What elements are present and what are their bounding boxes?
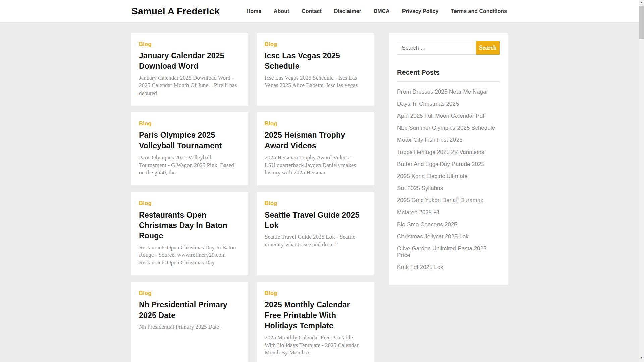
recent-post-link[interactable]: 2025 Gmc Yukon Denali Duramax	[397, 194, 500, 206]
post-excerpt: Seattle Travel Guide 2025 Lok - Seattle …	[265, 233, 364, 248]
post-card: Blog 2025 Monthly Calendar Free Printabl…	[257, 282, 374, 362]
category-link[interactable]: Blog	[139, 120, 152, 127]
search-button[interactable]: Search	[476, 41, 500, 55]
recent-post-link[interactable]: Christmas Jellycat 2025 Lok	[397, 231, 500, 243]
recent-post-link[interactable]: Topps Heritage 2025 22 Variations	[397, 146, 500, 158]
scroll-up-icon[interactable]: ▲	[639, 0, 644, 5]
post-card: Blog Nh Presidential Primary 2025 Date N…	[131, 282, 248, 362]
post-excerpt: Paris Olympics 2025 Volleyball Tournamen…	[139, 154, 239, 177]
recent-posts-heading: Recent Posts	[397, 69, 500, 82]
recent-post-link[interactable]: Big Smo Concerts 2025	[397, 219, 500, 231]
search-input[interactable]	[397, 41, 476, 55]
recent-posts-list: Prom Dresses 2025 Near Me Nagar Days Til…	[397, 86, 500, 274]
post-card: Blog Seattle Travel Guide 2025 Lok Seatt…	[257, 192, 374, 276]
post-excerpt: 2025 Heisman Trophy Award Videos - LSU q…	[265, 154, 364, 177]
nav-item-dmca[interactable]: DMCA	[374, 8, 390, 14]
category-link[interactable]: Blog	[265, 200, 277, 207]
post-title[interactable]: Restaurants Open Christmas Day In Baton …	[139, 210, 239, 241]
post-excerpt: Icsc Las Vegas 2025 Schedule - Iscs Las …	[265, 74, 364, 89]
category-link[interactable]: Blog	[139, 290, 152, 297]
nav-item-terms[interactable]: Terms and Conditions	[451, 8, 507, 14]
recent-post-link[interactable]: 2025 Kona Electric Ultimate	[397, 170, 500, 182]
sidebar: Search Recent Posts Prom Dresses 2025 Ne…	[389, 33, 508, 362]
recent-post-link[interactable]: Kmk Tdf 2025 Lok	[397, 261, 500, 274]
post-grid: Blog January Calendar 2025 Download Word…	[131, 33, 374, 362]
post-excerpt: Restaurants Open Christmas Day In Baton …	[139, 244, 239, 267]
category-link[interactable]: Blog	[139, 41, 152, 48]
post-excerpt: 2025 Monthly Calendar Free Printable Wit…	[265, 334, 364, 357]
browser-scrollbar[interactable]: ▲ ▼	[639, 0, 644, 362]
category-link[interactable]: Blog	[265, 41, 277, 48]
recent-post-link[interactable]: Olive Garden Unlimited Pasta 2025 Price	[397, 243, 500, 261]
post-title[interactable]: Paris Olympics 2025 Volleyball Tournamen…	[139, 130, 239, 151]
recent-post-link[interactable]: Sat 2025 Syllabus	[397, 182, 500, 194]
site-title[interactable]: Samuel A Frederick	[131, 6, 220, 17]
nav-item-home[interactable]: Home	[247, 8, 261, 14]
post-card: Blog 2025 Heisman Trophy Award Videos 20…	[257, 112, 374, 185]
recent-post-link[interactable]: April 2025 Full Moon Calendar Pdf	[397, 110, 500, 122]
post-card: Blog Restaurants Open Christmas Day In B…	[131, 192, 248, 276]
recent-post-link[interactable]: Mclaren 2025 F1	[397, 206, 500, 219]
nav-item-contact[interactable]: Contact	[302, 8, 322, 14]
post-card: Blog Icsc Las Vegas 2025 Schedule Icsc L…	[257, 33, 374, 106]
recent-post-link[interactable]: Nbc Summer Olympics 2025 Schedule	[397, 122, 500, 134]
post-title[interactable]: Icsc Las Vegas 2025 Schedule	[265, 51, 364, 72]
scrollbar-thumb[interactable]	[639, 6, 644, 39]
post-card: Blog January Calendar 2025 Download Word…	[131, 33, 248, 106]
category-link[interactable]: Blog	[265, 120, 277, 127]
post-excerpt: Nh Presidential Primary 2025 Date -	[139, 323, 239, 331]
post-card: Blog Paris Olympics 2025 Volleyball Tour…	[131, 112, 248, 185]
scroll-down-icon[interactable]: ▼	[639, 355, 644, 361]
post-title[interactable]: 2025 Monthly Calendar Free Printable Wit…	[265, 300, 364, 331]
recent-post-link[interactable]: Motor City Irish Fest 2025	[397, 134, 500, 146]
post-excerpt: January Calendar 2025 Download Word - 20…	[139, 74, 239, 97]
nav-item-disclaimer[interactable]: Disclaimer	[334, 8, 361, 14]
post-title[interactable]: Seattle Travel Guide 2025 Lok	[265, 210, 364, 231]
nav-item-privacy-policy[interactable]: Privacy Policy	[402, 8, 439, 14]
recent-post-link[interactable]: Butter And Eggs Day Parade 2025	[397, 158, 500, 170]
post-title[interactable]: Nh Presidential Primary 2025 Date	[139, 300, 239, 321]
site-header: Samuel A Frederick Home About Contact Di…	[0, 0, 639, 22]
recent-post-link[interactable]: Prom Dresses 2025 Near Me Nagar	[397, 86, 500, 98]
category-link[interactable]: Blog	[265, 290, 277, 297]
main-nav: Home About Contact Disclaimer DMCA Priva…	[247, 8, 507, 14]
nav-item-about[interactable]: About	[274, 8, 289, 14]
post-title[interactable]: 2025 Heisman Trophy Award Videos	[265, 130, 364, 151]
category-link[interactable]: Blog	[139, 200, 152, 207]
post-title[interactable]: January Calendar 2025 Download Word	[139, 51, 239, 72]
recent-post-link[interactable]: Days Til Christmas 2025	[397, 98, 500, 110]
search-form: Search	[397, 41, 500, 55]
